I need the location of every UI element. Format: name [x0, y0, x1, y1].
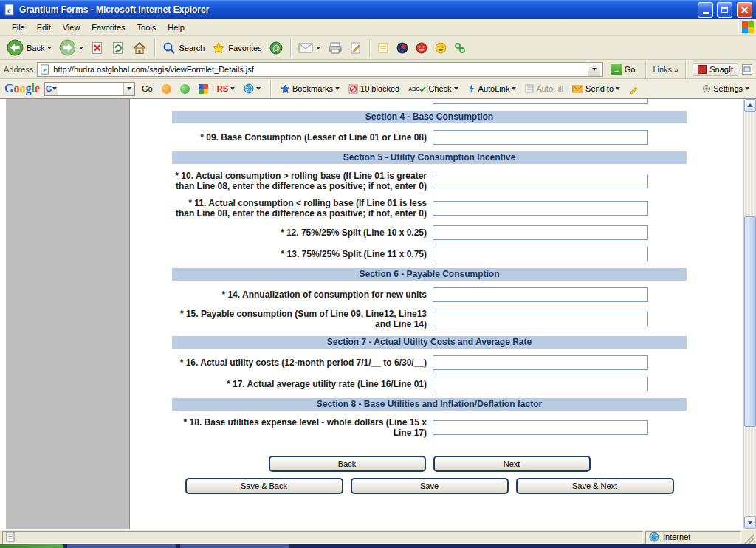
field-input-12[interactable] — [433, 225, 648, 240]
multicolor-icon — [199, 84, 208, 94]
addon-notes-button[interactable] — [374, 41, 392, 55]
close-button[interactable] — [737, 2, 752, 18]
links-button[interactable]: Links » — [653, 65, 678, 74]
menu-favorites[interactable]: Favorites — [86, 21, 131, 34]
form-row-12: * 12. 75%/25% Split (Line 10 x 0.25) — [172, 225, 687, 240]
field-input-clipped[interactable] — [433, 99, 648, 104]
links-chevron-icon: » — [674, 65, 678, 74]
addon-globe-button[interactable] — [394, 41, 411, 55]
google-g-icon[interactable]: G — [45, 83, 58, 95]
field-input-18[interactable] — [433, 420, 648, 435]
section-header-6: Section 6 - Payable Consumption — [172, 268, 687, 281]
google-addon-green-button[interactable] — [178, 83, 192, 95]
addon-yellow-smiley-button[interactable] — [432, 41, 450, 55]
address-dropdown-button[interactable] — [588, 63, 600, 76]
menu-edit[interactable]: Edit — [31, 21, 57, 34]
print-button[interactable] — [325, 41, 346, 55]
internet-globe-icon — [649, 532, 659, 542]
back-button[interactable]: Back — [4, 38, 55, 58]
snagit-capture-icon[interactable] — [742, 64, 752, 75]
search-button[interactable]: Search — [159, 40, 207, 56]
taskbar-item-edge[interactable] — [180, 544, 289, 548]
globe-dropdown-button[interactable] — [241, 82, 263, 95]
media-button[interactable]: @ — [267, 40, 286, 56]
google-addon-orange-button[interactable] — [159, 83, 173, 95]
settings-button[interactable]: Settings — [700, 83, 752, 95]
spellcheck-button[interactable]: ABC Check — [406, 83, 460, 95]
bookmarks-label: Bookmarks — [292, 84, 333, 93]
field-input-10[interactable] — [433, 174, 648, 188]
form-back-button[interactable]: Back — [269, 456, 426, 472]
svg-text:e: e — [7, 5, 11, 14]
mail-dropdown-icon[interactable] — [316, 47, 320, 49]
field-input-13[interactable] — [433, 247, 648, 261]
menu-file[interactable]: File — [6, 21, 31, 34]
scroll-down-icon — [747, 521, 753, 524]
forward-button[interactable] — [56, 38, 86, 58]
favorites-button[interactable]: Favorites — [209, 40, 264, 56]
scrollbar-thumb[interactable] — [744, 216, 756, 427]
edit-button[interactable] — [347, 41, 365, 55]
google-addon-multicolor-button[interactable] — [196, 83, 210, 95]
restore-icon — [721, 7, 728, 13]
autofill-label: AutoFill — [536, 84, 563, 93]
field-input-09[interactable] — [433, 130, 648, 145]
field-input-11[interactable] — [433, 201, 648, 216]
form-row-11: * 11. Actual consumption < rolling base … — [172, 198, 687, 219]
popup-blocked-button[interactable]: 10 blocked — [346, 83, 402, 95]
save-and-next-button[interactable]: Save & Next — [516, 478, 674, 494]
chevron-down-icon — [52, 87, 57, 90]
form-next-button[interactable]: Next — [433, 456, 591, 472]
restore-button[interactable] — [717, 2, 732, 18]
popup-blocker-icon — [348, 84, 358, 94]
scroll-down-button[interactable] — [744, 516, 756, 529]
google-go-button[interactable]: Go — [140, 83, 155, 95]
google-search-dropdown[interactable] — [123, 83, 134, 95]
chevron-down-icon — [616, 87, 620, 90]
start-button-edge[interactable] — [0, 544, 63, 548]
save-and-back-button[interactable]: Save & Back — [185, 478, 343, 494]
address-input[interactable]: e http://hudra.ostglobal.com/sagis/viewF… — [37, 62, 602, 77]
menu-help[interactable]: Help — [162, 21, 190, 34]
save-button[interactable]: Save — [351, 478, 509, 494]
toolbar-separator — [154, 39, 155, 57]
menu-tools[interactable]: Tools — [131, 21, 162, 34]
google-search-input[interactable] — [58, 83, 123, 95]
autofill-button[interactable]: AutoFill — [523, 83, 566, 95]
scroll-up-button[interactable] — [744, 99, 756, 112]
snagit-icon — [698, 65, 707, 74]
form-row-17: * 17. Actual average utility rate (Line … — [172, 377, 687, 391]
back-dropdown-icon[interactable] — [47, 47, 52, 49]
minimize-button[interactable] — [698, 2, 713, 18]
field-input-17[interactable] — [433, 377, 648, 391]
go-button[interactable]: → Go — [607, 62, 639, 77]
addon-red-smiley-button[interactable] — [413, 41, 430, 55]
links-label: Links — [653, 65, 672, 74]
resize-grip[interactable] — [743, 531, 754, 544]
menu-bar: File Edit View Favorites Tools Help — [0, 19, 756, 36]
scrollbar-track[interactable] — [744, 112, 756, 516]
forward-dropdown-icon[interactable] — [79, 47, 83, 49]
sendto-button[interactable]: Send to — [570, 83, 622, 95]
autolink-button[interactable]: AutoLink — [465, 83, 519, 95]
snagit-label: SnagIt — [709, 65, 733, 74]
close-icon — [740, 6, 749, 14]
standard-toolbar: Back Search Favorites @ — [0, 36, 756, 60]
field-input-15[interactable] — [433, 312, 648, 326]
field-input-16[interactable] — [433, 355, 648, 370]
menu-view[interactable]: View — [57, 21, 86, 34]
form-row-10: * 10. Actual consumption > rolling base … — [172, 171, 687, 191]
refresh-button[interactable] — [109, 40, 128, 56]
bookmarks-button[interactable]: Bookmarks — [278, 83, 342, 95]
snagit-button[interactable]: SnagIt — [693, 63, 738, 76]
mail-button[interactable] — [295, 41, 323, 55]
google-logo[interactable]: Google — [4, 82, 40, 95]
highlighter-button[interactable] — [627, 83, 641, 95]
section-header-5: Section 5 - Utility Consumption Incentiv… — [172, 151, 687, 164]
rs-button[interactable]: RS — [215, 83, 237, 95]
field-input-14[interactable] — [433, 287, 648, 302]
home-button[interactable] — [129, 40, 150, 56]
stop-button[interactable] — [88, 40, 107, 56]
taskbar-item-edge[interactable] — [67, 544, 176, 548]
addon-link-button[interactable] — [451, 41, 469, 55]
